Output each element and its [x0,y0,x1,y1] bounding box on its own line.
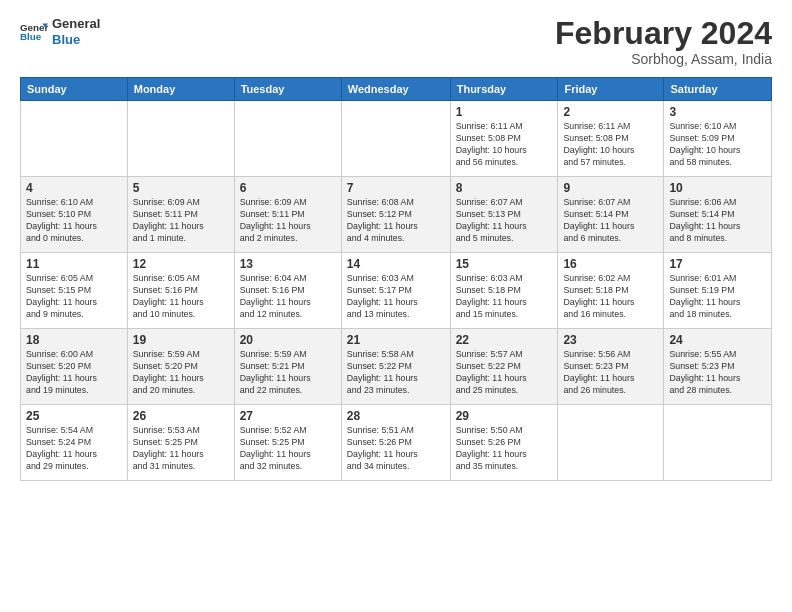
day-number: 24 [669,333,766,347]
calendar-cell: 17Sunrise: 6:01 AMSunset: 5:19 PMDayligh… [664,253,772,329]
logo-icon: General Blue [20,18,48,46]
calendar-cell [558,405,664,481]
day-number: 23 [563,333,658,347]
day-info: Sunrise: 6:07 AMSunset: 5:13 PMDaylight:… [456,197,553,245]
day-number: 19 [133,333,229,347]
header: General Blue General Blue February 2024 … [20,16,772,67]
day-number: 4 [26,181,122,195]
day-number: 9 [563,181,658,195]
calendar-cell: 23Sunrise: 5:56 AMSunset: 5:23 PMDayligh… [558,329,664,405]
day-info: Sunrise: 6:00 AMSunset: 5:20 PMDaylight:… [26,349,122,397]
day-number: 18 [26,333,122,347]
col-thursday: Thursday [450,78,558,101]
header-row: Sunday Monday Tuesday Wednesday Thursday… [21,78,772,101]
calendar-cell [341,101,450,177]
calendar-cell: 27Sunrise: 5:52 AMSunset: 5:25 PMDayligh… [234,405,341,481]
calendar-week-2: 4Sunrise: 6:10 AMSunset: 5:10 PMDaylight… [21,177,772,253]
main-title: February 2024 [555,16,772,51]
calendar-cell: 22Sunrise: 5:57 AMSunset: 5:22 PMDayligh… [450,329,558,405]
calendar-cell: 9Sunrise: 6:07 AMSunset: 5:14 PMDaylight… [558,177,664,253]
day-number: 8 [456,181,553,195]
day-info: Sunrise: 6:09 AMSunset: 5:11 PMDaylight:… [133,197,229,245]
logo-blue: Blue [52,32,100,48]
day-number: 25 [26,409,122,423]
day-info: Sunrise: 6:10 AMSunset: 5:09 PMDaylight:… [669,121,766,169]
calendar-table: Sunday Monday Tuesday Wednesday Thursday… [20,77,772,481]
col-saturday: Saturday [664,78,772,101]
day-info: Sunrise: 6:06 AMSunset: 5:14 PMDaylight:… [669,197,766,245]
day-number: 16 [563,257,658,271]
day-number: 2 [563,105,658,119]
day-info: Sunrise: 5:59 AMSunset: 5:21 PMDaylight:… [240,349,336,397]
day-number: 11 [26,257,122,271]
calendar-cell: 6Sunrise: 6:09 AMSunset: 5:11 PMDaylight… [234,177,341,253]
col-tuesday: Tuesday [234,78,341,101]
calendar-week-4: 18Sunrise: 6:00 AMSunset: 5:20 PMDayligh… [21,329,772,405]
calendar-cell: 5Sunrise: 6:09 AMSunset: 5:11 PMDaylight… [127,177,234,253]
day-number: 20 [240,333,336,347]
svg-text:Blue: Blue [20,31,42,42]
calendar-cell: 16Sunrise: 6:02 AMSunset: 5:18 PMDayligh… [558,253,664,329]
day-number: 12 [133,257,229,271]
day-number: 28 [347,409,445,423]
subtitle: Sorbhog, Assam, India [555,51,772,67]
day-info: Sunrise: 6:03 AMSunset: 5:18 PMDaylight:… [456,273,553,321]
calendar-cell: 24Sunrise: 5:55 AMSunset: 5:23 PMDayligh… [664,329,772,405]
day-info: Sunrise: 6:04 AMSunset: 5:16 PMDaylight:… [240,273,336,321]
day-number: 21 [347,333,445,347]
day-number: 22 [456,333,553,347]
day-info: Sunrise: 6:11 AMSunset: 5:08 PMDaylight:… [563,121,658,169]
day-info: Sunrise: 6:08 AMSunset: 5:12 PMDaylight:… [347,197,445,245]
calendar-cell [127,101,234,177]
day-number: 1 [456,105,553,119]
day-number: 17 [669,257,766,271]
calendar-cell: 8Sunrise: 6:07 AMSunset: 5:13 PMDaylight… [450,177,558,253]
day-info: Sunrise: 5:51 AMSunset: 5:26 PMDaylight:… [347,425,445,473]
calendar-cell: 10Sunrise: 6:06 AMSunset: 5:14 PMDayligh… [664,177,772,253]
day-number: 6 [240,181,336,195]
calendar-week-3: 11Sunrise: 6:05 AMSunset: 5:15 PMDayligh… [21,253,772,329]
calendar-cell: 3Sunrise: 6:10 AMSunset: 5:09 PMDaylight… [664,101,772,177]
calendar-cell: 1Sunrise: 6:11 AMSunset: 5:08 PMDaylight… [450,101,558,177]
logo-general: General [52,16,100,32]
calendar-week-5: 25Sunrise: 5:54 AMSunset: 5:24 PMDayligh… [21,405,772,481]
calendar-cell: 15Sunrise: 6:03 AMSunset: 5:18 PMDayligh… [450,253,558,329]
day-number: 13 [240,257,336,271]
page: General Blue General Blue February 2024 … [0,0,792,612]
day-info: Sunrise: 6:03 AMSunset: 5:17 PMDaylight:… [347,273,445,321]
col-sunday: Sunday [21,78,128,101]
title-block: February 2024 Sorbhog, Assam, India [555,16,772,67]
day-number: 3 [669,105,766,119]
day-info: Sunrise: 6:05 AMSunset: 5:16 PMDaylight:… [133,273,229,321]
day-number: 5 [133,181,229,195]
day-info: Sunrise: 6:05 AMSunset: 5:15 PMDaylight:… [26,273,122,321]
day-info: Sunrise: 5:53 AMSunset: 5:25 PMDaylight:… [133,425,229,473]
day-number: 14 [347,257,445,271]
day-info: Sunrise: 5:56 AMSunset: 5:23 PMDaylight:… [563,349,658,397]
day-info: Sunrise: 5:59 AMSunset: 5:20 PMDaylight:… [133,349,229,397]
day-info: Sunrise: 5:58 AMSunset: 5:22 PMDaylight:… [347,349,445,397]
calendar-cell: 25Sunrise: 5:54 AMSunset: 5:24 PMDayligh… [21,405,128,481]
day-number: 27 [240,409,336,423]
calendar-cell: 20Sunrise: 5:59 AMSunset: 5:21 PMDayligh… [234,329,341,405]
calendar-cell: 28Sunrise: 5:51 AMSunset: 5:26 PMDayligh… [341,405,450,481]
col-friday: Friday [558,78,664,101]
day-info: Sunrise: 6:11 AMSunset: 5:08 PMDaylight:… [456,121,553,169]
day-info: Sunrise: 6:09 AMSunset: 5:11 PMDaylight:… [240,197,336,245]
calendar-cell: 4Sunrise: 6:10 AMSunset: 5:10 PMDaylight… [21,177,128,253]
day-number: 15 [456,257,553,271]
day-info: Sunrise: 5:50 AMSunset: 5:26 PMDaylight:… [456,425,553,473]
day-number: 7 [347,181,445,195]
calendar-cell [234,101,341,177]
calendar-cell: 26Sunrise: 5:53 AMSunset: 5:25 PMDayligh… [127,405,234,481]
calendar-cell: 14Sunrise: 6:03 AMSunset: 5:17 PMDayligh… [341,253,450,329]
col-monday: Monday [127,78,234,101]
day-number: 26 [133,409,229,423]
day-info: Sunrise: 5:57 AMSunset: 5:22 PMDaylight:… [456,349,553,397]
calendar-cell: 21Sunrise: 5:58 AMSunset: 5:22 PMDayligh… [341,329,450,405]
calendar-cell: 11Sunrise: 6:05 AMSunset: 5:15 PMDayligh… [21,253,128,329]
calendar-cell: 7Sunrise: 6:08 AMSunset: 5:12 PMDaylight… [341,177,450,253]
calendar-cell [664,405,772,481]
day-number: 10 [669,181,766,195]
day-number: 29 [456,409,553,423]
